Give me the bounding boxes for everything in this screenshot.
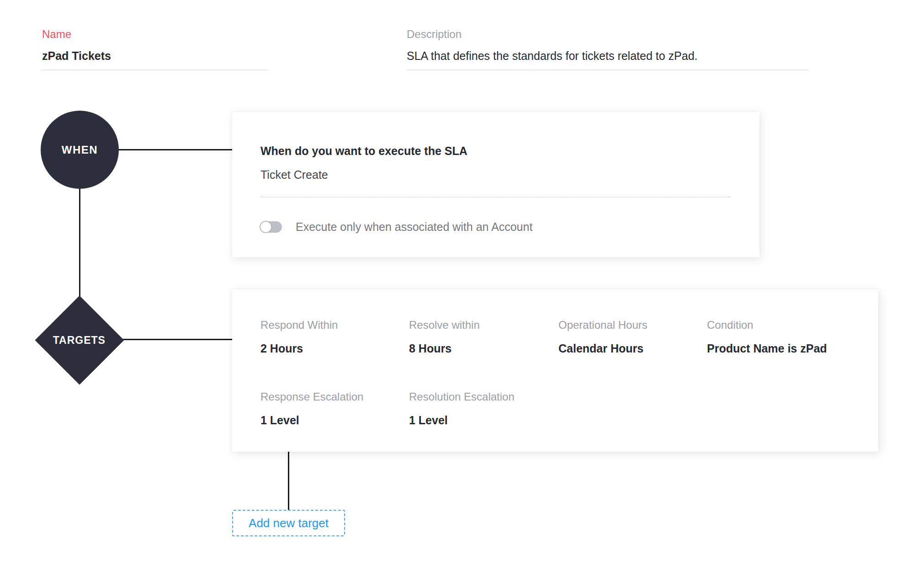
target-field-value: 2 Hours — [260, 343, 338, 354]
add-new-target-button[interactable]: Add new target — [232, 510, 345, 536]
account-association-toggle[interactable] — [260, 221, 282, 233]
target-field-value: Product Name is zPad — [707, 343, 827, 354]
account-toggle-row: Execute only when associated with an Acc… — [260, 221, 532, 233]
target-field-value: 8 Hours — [409, 343, 480, 354]
target-field-label: Condition — [707, 320, 827, 331]
trigger-select[interactable]: Ticket Create — [260, 169, 328, 181]
target-field-condition: Condition Product Name is zPad — [707, 320, 827, 354]
target-field-response-escalation: Response Escalation 1 Level — [260, 391, 363, 426]
target-field-resolve-within: Resolve within 8 Hours — [409, 320, 480, 354]
description-label: Description — [407, 29, 462, 40]
name-input[interactable]: zPad Tickets — [42, 50, 111, 62]
when-flow-node: WHEN — [41, 111, 119, 189]
connector-targets-to-add-button — [288, 450, 289, 510]
targets-card[interactable]: Respond Within 2 Hours Resolve within 8 … — [232, 289, 878, 452]
toggle-knob — [260, 221, 272, 233]
target-field-value: 1 Level — [409, 415, 515, 426]
target-field-label: Respond Within — [260, 320, 338, 331]
target-field-value: Calendar Hours — [558, 343, 648, 354]
add-new-target-label: Add new target — [249, 517, 329, 529]
when-flow-node-label: WHEN — [62, 144, 98, 156]
when-card-title: When do you want to execute the SLA — [260, 145, 467, 157]
target-field-value: 1 Level — [260, 415, 363, 426]
targets-flow-node: TARGETS — [35, 295, 124, 385]
sla-editor-page: Name zPad Tickets Description SLA that d… — [0, 0, 924, 577]
connector-when-to-card — [110, 149, 233, 150]
target-field-label: Response Escalation — [260, 391, 363, 402]
target-field-operational-hours: Operational Hours Calendar Hours — [558, 320, 648, 354]
name-label: Name — [42, 29, 71, 40]
account-toggle-label: Execute only when associated with an Acc… — [296, 221, 532, 233]
target-field-respond-within: Respond Within 2 Hours — [260, 320, 338, 354]
target-field-resolution-escalation: Resolution Escalation 1 Level — [409, 391, 515, 426]
when-card: When do you want to execute the SLA Tick… — [232, 112, 759, 257]
target-field-label: Resolution Escalation — [409, 391, 515, 402]
name-input-underline — [41, 69, 267, 70]
target-field-label: Resolve within — [409, 320, 480, 331]
connector-targets-to-card — [110, 339, 233, 340]
description-input-underline — [407, 69, 809, 70]
targets-flow-node-label: TARGETS — [53, 334, 106, 347]
trigger-select-underline — [260, 197, 730, 198]
description-input[interactable]: SLA that defines the standards for ticke… — [407, 50, 698, 62]
target-field-label: Operational Hours — [558, 320, 648, 331]
